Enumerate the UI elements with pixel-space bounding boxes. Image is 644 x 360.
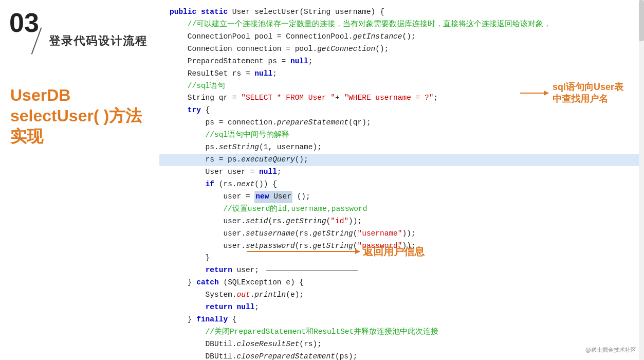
return-annotation-label: 返回用户信息 — [363, 245, 425, 258]
code-panel: public static User selectUser(String use… — [159, 0, 644, 360]
code-line-15: if (rs.next()) { — [170, 178, 634, 191]
scrollbar-thumb[interactable] — [639, 0, 644, 41]
slide-subtitle: 登录代码设计流程 — [49, 33, 148, 49]
code-line-19: user.setusername(rs.getString("username"… — [170, 228, 634, 240]
code-line-12: ps.setString(1, username); — [170, 141, 634, 154]
code-line-27: //关闭PreparedStatement和ResultSet并释放连接池中此次… — [170, 326, 634, 338]
return-annotation-container: 返回用户信息 — [247, 245, 425, 258]
code-line-11: //sql语句中间号的解释 — [170, 129, 634, 141]
code-line-22: return user; — [170, 264, 634, 277]
code-line-9: try { — [170, 104, 634, 117]
code-line-25: return null; — [170, 301, 634, 314]
code-line-26: } finally { — [170, 314, 634, 326]
code-line-17: //设置userd的id,username,password — [170, 203, 634, 215]
sql-annotation-label: sql语句向User表中查找用户名 — [553, 81, 623, 105]
scrollbar-track[interactable] — [639, 0, 644, 360]
code-content: public static User selectUser(String use… — [159, 0, 644, 360]
code-line-6: ResultSet rs = null; — [170, 68, 634, 80]
code-line-10: ps = connection.prepareStatement(qr); — [170, 117, 634, 129]
left-panel: 03 登录代码设计流程 UserDB selectUser( )方法 实现 — [0, 0, 159, 360]
code-line-13-highlight: rs = ps.executeQuery(); — [159, 154, 644, 166]
code-line-28: DBUtil.closeResultSet(rs); — [170, 338, 634, 351]
code-line-29: DBUtil.closePreparedStatement(ps); — [170, 351, 634, 360]
code-line-18: user.setid(rs.getString("id")); — [170, 215, 634, 228]
code-line-3: ConnectionPool pool = ConnectionPool.get… — [170, 31, 634, 43]
code-line-24: System.out.println(e); — [170, 289, 634, 301]
watermark: @稀土掘金技术社区 — [585, 346, 636, 354]
code-line-23: } catch (SQLException e) { — [170, 277, 634, 289]
class-title: UserDB selectUser( )方法 实现 — [10, 85, 142, 147]
code-line-5: PreparedStatement ps = null; — [170, 56, 634, 68]
code-line-16: user = new User (); — [170, 191, 634, 203]
code-line-1: public static User selectUser(String use… — [170, 6, 634, 19]
code-line-14: User user = null; — [170, 166, 634, 178]
sql-annotation: sql语句向User表中查找用户名 — [520, 81, 623, 105]
code-line-4: Connection connection = pool.getConnecti… — [170, 43, 634, 56]
slide-number: 03 — [9, 9, 39, 36]
code-line-2: //可以建立一个连接池保存一定数量的连接，当有对象需要数据库连接时，直接将这个连… — [170, 19, 634, 31]
